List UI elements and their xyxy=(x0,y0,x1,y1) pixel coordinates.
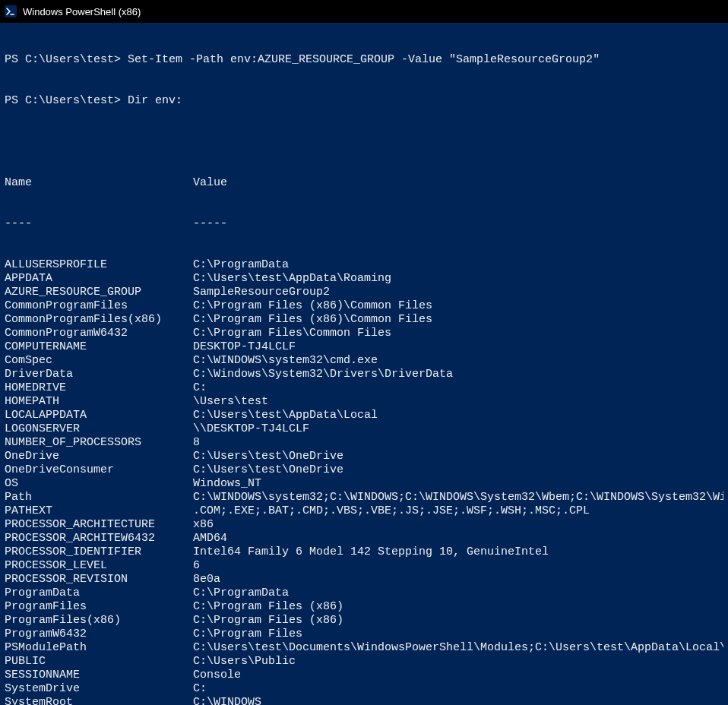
env-value: C:\Users\test\AppData\Roaming xyxy=(193,272,723,286)
header-name-underline: ---- xyxy=(5,217,193,231)
env-value: 6 xyxy=(193,559,723,573)
env-name: SESSIONNAME xyxy=(5,669,193,682)
env-name: PATHEXT xyxy=(5,504,193,518)
env-value: C:\Program Files (x86)\Common Files xyxy=(193,299,723,313)
header-name: Name xyxy=(5,176,193,190)
env-value: C:\ProgramData xyxy=(193,586,723,600)
env-row: PathC:\WINDOWS\system32;C:\WINDOWS;C:\WI… xyxy=(5,491,723,504)
env-value: Intel64 Family 6 Model 142 Stepping 10, … xyxy=(193,545,723,559)
env-name: SystemDrive xyxy=(5,682,193,696)
env-name: COMPUTERNAME xyxy=(5,340,193,354)
titlebar[interactable]: Windows PowerShell (x86) xyxy=(0,0,728,23)
env-name: DriverData xyxy=(5,368,193,381)
env-name: Path xyxy=(5,491,193,504)
env-row: CommonProgramW6432C:\Program Files\Commo… xyxy=(5,327,723,340)
env-row: PROCESSOR_IDENTIFIERIntel64 Family 6 Mod… xyxy=(5,545,723,559)
env-name: APPDATA xyxy=(5,272,193,286)
env-row: SystemDriveC: xyxy=(5,682,723,696)
env-row: PROCESSOR_ARCHITECTUREx86 xyxy=(5,518,723,532)
env-name: ALLUSERSPROFILE xyxy=(5,258,193,272)
env-value: C:\Windows\System32\Drivers\DriverData xyxy=(193,368,723,381)
env-name: CommonProgramW6432 xyxy=(5,327,193,340)
env-value: DESKTOP-TJ4LCLF xyxy=(193,340,723,354)
env-row: OneDriveC:\Users\test\OneDrive xyxy=(5,450,723,463)
env-row: NUMBER_OF_PROCESSORS8 xyxy=(5,436,723,450)
env-value: C:\WINDOWS xyxy=(193,696,723,705)
env-name: ProgramFiles xyxy=(5,600,193,614)
header-row: Name Value xyxy=(5,176,723,190)
env-name: OneDrive xyxy=(5,450,193,463)
env-row: PROCESSOR_LEVEL6 xyxy=(5,559,723,573)
env-value: C:\Program Files (x86) xyxy=(193,600,723,614)
env-row: ProgramFiles(x86)C:\Program Files (x86) xyxy=(5,614,723,628)
env-row: HOMEDRIVEC: xyxy=(5,381,723,395)
env-name: PUBLIC xyxy=(5,655,193,669)
blank xyxy=(5,135,723,149)
env-name: PSModulePath xyxy=(5,641,193,655)
env-value: C:\Users\test\Documents\WindowsPowerShel… xyxy=(193,641,723,655)
env-row: PSModulePathC:\Users\test\Documents\Wind… xyxy=(5,641,723,655)
env-row: SESSIONNAMEConsole xyxy=(5,669,723,682)
env-row: PROCESSOR_REVISION8e0a xyxy=(5,573,723,586)
env-row: ProgramW6432C:\Program Files xyxy=(5,628,723,641)
env-name: HOMEPATH xyxy=(5,395,193,409)
env-name: ComSpec xyxy=(5,354,193,368)
env-row: ProgramDataC:\ProgramData xyxy=(5,586,723,600)
terminal-output[interactable]: PS C:\Users\test> Set-Item -Path env:AZU… xyxy=(0,23,728,705)
powershell-icon xyxy=(5,5,17,17)
env-value: 8 xyxy=(193,436,723,450)
env-row: ComSpecC:\WINDOWS\system32\cmd.exe xyxy=(5,354,723,368)
env-name: PROCESSOR_LEVEL xyxy=(5,559,193,573)
env-value: SampleResourceGroup2 xyxy=(193,286,723,299)
env-value: C: xyxy=(193,682,723,696)
env-value: C:\WINDOWS\system32\cmd.exe xyxy=(193,354,723,368)
env-row: OneDriveConsumerC:\Users\test\OneDrive xyxy=(5,463,723,477)
env-value: 8e0a xyxy=(193,573,723,586)
env-value: C:\Users\test\OneDrive xyxy=(193,450,723,463)
env-value: C:\Users\Public xyxy=(193,655,723,669)
env-value: Windows_NT xyxy=(193,477,723,491)
env-value: AMD64 xyxy=(193,532,723,545)
env-row: ALLUSERSPROFILEC:\ProgramData xyxy=(5,258,723,272)
env-row: HOMEPATH\Users\test xyxy=(5,395,723,409)
env-row: AZURE_RESOURCE_GROUPSampleResourceGroup2 xyxy=(5,286,723,299)
env-row: PUBLICC:\Users\Public xyxy=(5,655,723,669)
header-value: Value xyxy=(193,176,723,190)
env-name: AZURE_RESOURCE_GROUP xyxy=(5,286,193,299)
env-value: C:\Users\test\AppData\Local xyxy=(193,409,723,422)
env-name: PROCESSOR_ARCHITECTURE xyxy=(5,518,193,532)
env-row: OSWindows_NT xyxy=(5,477,723,491)
env-row: CommonProgramFiles(x86)C:\Program Files … xyxy=(5,313,723,327)
env-table: ALLUSERSPROFILEC:\ProgramDataAPPDATAC:\U… xyxy=(5,258,723,705)
env-name: OS xyxy=(5,477,193,491)
env-name: HOMEDRIVE xyxy=(5,381,193,395)
env-row: PATHEXT.COM;.EXE;.BAT;.CMD;.VBS;.VBE;.JS… xyxy=(5,504,723,518)
env-row: COMPUTERNAMEDESKTOP-TJ4LCLF xyxy=(5,340,723,354)
env-row: DriverDataC:\Windows\System32\Drivers\Dr… xyxy=(5,368,723,381)
env-value: C:\Program Files\Common Files xyxy=(193,327,723,340)
env-value: C:\WINDOWS\system32;C:\WINDOWS;C:\WINDOW… xyxy=(193,491,723,504)
env-value: C:\Program Files xyxy=(193,628,723,641)
env-value: C:\ProgramData xyxy=(193,258,723,272)
command-line-2: PS C:\Users\test> Dir env: xyxy=(5,94,723,108)
svg-rect-0 xyxy=(5,5,17,17)
env-value: \Users\test xyxy=(193,395,723,409)
header-value-underline: ----- xyxy=(193,217,723,231)
env-value: \\DESKTOP-TJ4LCLF xyxy=(193,422,723,436)
env-value: .COM;.EXE;.BAT;.CMD;.VBS;.VBE;.JS;.JSE;.… xyxy=(193,504,723,518)
env-row: LOCALAPPDATAC:\Users\test\AppData\Local xyxy=(5,409,723,422)
env-name: SystemRoot xyxy=(5,696,193,705)
window-title: Windows PowerShell (x86) xyxy=(23,6,141,17)
env-row: SystemRootC:\WINDOWS xyxy=(5,696,723,705)
env-row: PROCESSOR_ARCHITEW6432AMD64 xyxy=(5,532,723,545)
env-value: Console xyxy=(193,669,723,682)
env-name: LOGONSERVER xyxy=(5,422,193,436)
env-name: LOCALAPPDATA xyxy=(5,409,193,422)
env-row: APPDATAC:\Users\test\AppData\Roaming xyxy=(5,272,723,286)
env-name: ProgramData xyxy=(5,586,193,600)
env-name: PROCESSOR_ARCHITEW6432 xyxy=(5,532,193,545)
env-value: C:\Program Files (x86)\Common Files xyxy=(193,313,723,327)
env-name: ProgramFiles(x86) xyxy=(5,614,193,628)
env-row: CommonProgramFilesC:\Program Files (x86)… xyxy=(5,299,723,313)
env-row: ProgramFilesC:\Program Files (x86) xyxy=(5,600,723,614)
